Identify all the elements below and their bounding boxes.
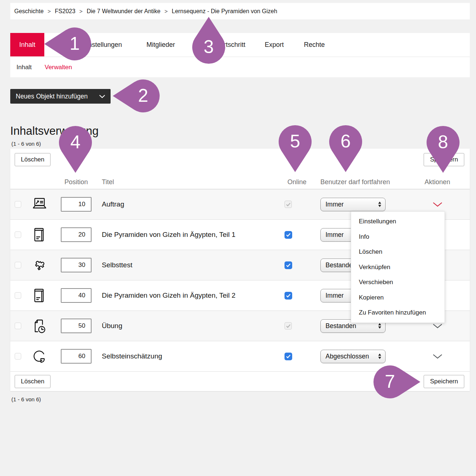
menu-item-verknuepfen[interactable]: Verknüpfen bbox=[351, 260, 445, 275]
online-checkbox[interactable] bbox=[285, 292, 292, 300]
online-checkbox[interactable] bbox=[285, 261, 292, 269]
callout-number: 7 bbox=[385, 371, 395, 392]
column-header-online: Online bbox=[280, 178, 313, 186]
chevron-down-icon bbox=[433, 354, 442, 359]
object-title[interactable]: Auftrag bbox=[102, 200, 280, 208]
position-input[interactable] bbox=[61, 349, 92, 364]
object-title[interactable]: Die Pyramiden von Gizeh in Ägypten, Teil… bbox=[102, 231, 280, 239]
actions-dropdown-toggle[interactable] bbox=[405, 202, 470, 207]
menu-item-loeschen[interactable]: Löschen bbox=[351, 244, 445, 260]
breadcrumb-separator: > bbox=[164, 8, 168, 14]
tab-rechte[interactable]: Rechte bbox=[304, 33, 325, 56]
callout-marker-6: 6 bbox=[329, 124, 362, 173]
callout-marker-4: 4 bbox=[59, 125, 92, 174]
breadcrumb-item[interactable]: Geschichte bbox=[14, 8, 44, 15]
callout-marker-2: 2 bbox=[112, 79, 160, 113]
object-title[interactable]: Die Pyramiden von Gizeh in Ägypten, Teil… bbox=[102, 291, 280, 300]
chevron-down-icon bbox=[433, 324, 442, 328]
position-input[interactable] bbox=[61, 197, 92, 212]
callout-marker-7: 7 bbox=[373, 365, 421, 399]
continue-select-value: Immer bbox=[326, 201, 344, 208]
delete-button-bottom[interactable]: Löschen bbox=[15, 375, 51, 388]
result-range-bottom: (1 - 6 von 6) bbox=[11, 396, 41, 402]
object-title[interactable]: Selbsteinschätzung bbox=[102, 352, 280, 360]
select-arrows-icon bbox=[378, 354, 381, 359]
callout-marker-5: 5 bbox=[278, 124, 312, 173]
continue-select[interactable]: Abgeschlossen bbox=[320, 350, 386, 363]
select-arrows-icon bbox=[378, 323, 381, 329]
save-button-bottom[interactable]: Speichern bbox=[424, 375, 464, 388]
continue-select-value: Bestanden bbox=[326, 322, 356, 330]
checkmark-icon bbox=[286, 233, 291, 237]
actions-dropdown-toggle[interactable] bbox=[405, 354, 470, 359]
add-object-label: Neues Objekt hinzufügen bbox=[16, 93, 88, 100]
result-range-top: (1 - 6 von 6) bbox=[11, 141, 41, 147]
breadcrumb: Geschichte > FS2023 > Die 7 Weltwunder d… bbox=[10, 3, 470, 19]
continue-select-value: Abgeschlossen bbox=[326, 353, 369, 360]
menu-item-zu-favoriten[interactable]: Zu Favoriten hinzufügen bbox=[351, 305, 445, 320]
callout-marker-1: 1 bbox=[44, 27, 92, 61]
callout-number: 5 bbox=[290, 131, 300, 152]
position-input[interactable] bbox=[61, 258, 92, 272]
learning-module-icon bbox=[33, 227, 46, 242]
callout-marker-8: 8 bbox=[426, 125, 460, 174]
column-header-continue: Benutzer darf fortfahren bbox=[313, 178, 405, 186]
row-select-checkbox[interactable] bbox=[15, 292, 21, 299]
menu-item-kopieren[interactable]: Kopieren bbox=[351, 290, 445, 305]
object-title[interactable]: Selbsttest bbox=[102, 261, 280, 269]
checkmark-icon bbox=[286, 294, 291, 298]
online-checkbox-disabled[interactable] bbox=[285, 322, 292, 330]
chevron-down-icon bbox=[433, 202, 442, 207]
column-header-titel: Titel bbox=[102, 178, 280, 186]
breadcrumb-separator: > bbox=[79, 8, 83, 14]
callout-number: 6 bbox=[341, 131, 351, 152]
object-title[interactable]: Übung bbox=[102, 322, 280, 330]
chevron-down-icon bbox=[99, 95, 105, 98]
row-select-checkbox[interactable] bbox=[15, 353, 21, 360]
table-header-row: Position Titel Online Benutzer darf fort… bbox=[10, 175, 470, 189]
column-header-aktionen: Aktionen bbox=[405, 178, 470, 186]
callout-number: 1 bbox=[70, 33, 80, 54]
tab-export[interactable]: Export bbox=[265, 33, 284, 56]
select-arrows-icon bbox=[378, 202, 381, 207]
breadcrumb-separator: > bbox=[48, 8, 51, 14]
callout-marker-3: 3 bbox=[192, 16, 226, 64]
row-select-checkbox[interactable] bbox=[15, 231, 21, 238]
position-input[interactable] bbox=[61, 288, 92, 303]
breadcrumb-item[interactable]: Lernsequenz - Die Pyramiden von Gizeh bbox=[172, 8, 277, 15]
checkmark-icon bbox=[286, 324, 291, 328]
callout-number: 4 bbox=[70, 131, 81, 153]
add-object-button[interactable]: Neues Objekt hinzufügen bbox=[10, 89, 111, 104]
tab-inhalt[interactable]: Inhalt bbox=[10, 33, 44, 56]
puzzle-icon bbox=[31, 257, 47, 273]
learning-module-icon bbox=[33, 288, 46, 303]
actions-dropdown-toggle[interactable] bbox=[405, 324, 470, 328]
continue-select-value: Immer bbox=[326, 231, 344, 239]
column-header-position: Position bbox=[51, 178, 102, 186]
file-clock-icon bbox=[31, 318, 47, 334]
tab-mitglieder[interactable]: Mitglieder bbox=[146, 33, 175, 56]
online-checkbox[interactable] bbox=[285, 353, 292, 360]
checkmark-icon bbox=[286, 202, 291, 207]
continue-select[interactable]: Immer bbox=[320, 198, 386, 211]
position-input[interactable] bbox=[61, 227, 92, 242]
callout-number: 2 bbox=[138, 85, 148, 106]
online-checkbox-disabled[interactable] bbox=[285, 201, 292, 208]
delete-button-top[interactable]: Löschen bbox=[15, 153, 51, 166]
row-select-checkbox[interactable] bbox=[15, 323, 21, 329]
pie-wedge-icon bbox=[31, 349, 47, 364]
row-select-checkbox[interactable] bbox=[15, 262, 21, 268]
menu-item-einstellungen[interactable]: Einstellungen bbox=[351, 214, 445, 229]
menu-item-info[interactable]: Info bbox=[351, 229, 445, 245]
position-input[interactable] bbox=[61, 319, 92, 333]
online-checkbox[interactable] bbox=[285, 231, 292, 239]
row-select-checkbox[interactable] bbox=[15, 201, 21, 208]
checkmark-icon bbox=[286, 354, 291, 358]
breadcrumb-item[interactable]: FS2023 bbox=[55, 8, 75, 15]
callout-number: 8 bbox=[438, 131, 448, 153]
subtab-inhalt[interactable]: Inhalt bbox=[16, 57, 32, 77]
menu-item-verschieben[interactable]: Verschieben bbox=[351, 275, 445, 290]
laptop-chart-icon bbox=[31, 197, 48, 212]
breadcrumb-item[interactable]: Die 7 Weltwunder der Antike bbox=[87, 8, 161, 15]
checkmark-icon bbox=[286, 263, 291, 267]
